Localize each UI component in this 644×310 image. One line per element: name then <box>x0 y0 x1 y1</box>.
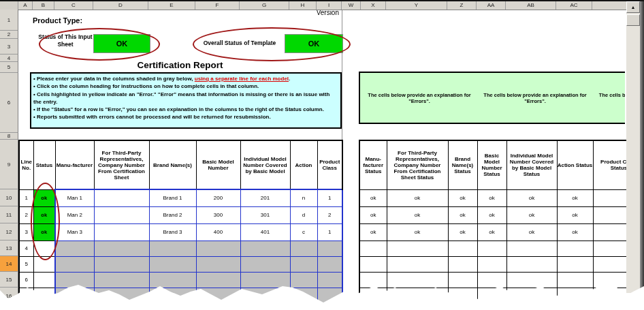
cell-brand-status[interactable]: ok <box>448 189 477 206</box>
column-header-I[interactable]: I <box>317 1 342 10</box>
column-header-A[interactable]: A <box>18 1 33 10</box>
cell-product-class[interactable]: 1 <box>317 189 342 206</box>
cell-line-no[interactable]: 5 <box>19 256 33 272</box>
cell-manufacturer-status[interactable]: ok <box>359 223 387 241</box>
cell-individual-model[interactable] <box>240 241 290 256</box>
cell-action-status[interactable]: ok <box>557 189 593 206</box>
col-header-individual-model-status[interactable]: Individual Model Number Covered by Basic… <box>506 140 557 189</box>
cell-brand[interactable] <box>149 288 196 304</box>
cell-manufacturer-status[interactable] <box>359 241 387 256</box>
cell-basic-model-status[interactable]: ok <box>477 223 506 241</box>
col-header-brand-names[interactable]: Brand Name(s) <box>149 140 196 189</box>
cell-individual-model-status[interactable]: ok <box>506 189 557 206</box>
cell-manufacturer-status[interactable]: ok <box>359 189 387 206</box>
column-header-D[interactable]: D <box>93 1 148 10</box>
cell-company-number-status[interactable] <box>387 256 448 272</box>
cell-action-status[interactable]: ok <box>557 223 593 241</box>
column-header-E[interactable]: E <box>148 1 195 10</box>
cell-line-no[interactable]: 6 <box>19 272 33 288</box>
column-header-AA[interactable]: AA <box>477 1 506 10</box>
cell-action[interactable]: n <box>290 189 317 206</box>
cell-company-number[interactable] <box>94 256 149 272</box>
cell-manufacturer[interactable]: Man 1 <box>55 189 94 206</box>
cell-manufacturer[interactable] <box>55 288 94 304</box>
column-header-AB[interactable]: AB <box>506 1 556 10</box>
cell-status[interactable] <box>33 288 55 304</box>
cell-company-number[interactable] <box>94 288 149 304</box>
row-header-5[interactable]: 5 <box>0 62 18 73</box>
cell-manufacturer-status[interactable]: ok <box>359 206 387 223</box>
col-header-manufacturer[interactable]: Manu-facturer <box>55 140 94 189</box>
cell-brand[interactable]: Brand 2 <box>149 206 196 223</box>
col-header-manufacturer-status[interactable]: Manu-facturer Status <box>359 140 387 189</box>
cell-action[interactable]: c <box>290 223 317 241</box>
col-header-company-number-status[interactable]: For Third-Party Representatives, Company… <box>387 140 448 189</box>
cell-manufacturer[interactable]: Man 2 <box>55 206 94 223</box>
cell-action-status[interactable] <box>557 272 593 288</box>
cell-company-number[interactable] <box>94 223 149 241</box>
cell-brand-status[interactable] <box>448 241 477 256</box>
cell-manufacturer[interactable] <box>55 256 94 272</box>
cell-company-number-status[interactable] <box>387 288 448 304</box>
cell-status[interactable] <box>33 272 55 288</box>
column-header-Z[interactable]: Z <box>447 1 477 10</box>
cell-basic-model-status[interactable]: ok <box>477 206 506 223</box>
cell-individual-model[interactable]: 201 <box>240 189 290 206</box>
cell-individual-model[interactable] <box>240 272 290 288</box>
cell-brand-status[interactable] <box>448 288 477 304</box>
vertical-scrollbar[interactable]: ▲ <box>626 1 640 293</box>
cell-brand-status[interactable] <box>448 272 477 288</box>
col-header-action-status[interactable]: Action Status <box>557 140 593 189</box>
cell-brand[interactable] <box>149 272 196 288</box>
select-all-corner[interactable] <box>0 1 18 10</box>
cell-product-class[interactable]: 1 <box>317 223 342 241</box>
cell-product-class[interactable] <box>317 256 342 272</box>
cell-individual-model-status[interactable] <box>506 288 557 304</box>
cell-company-number-status[interactable]: ok <box>387 189 448 206</box>
cell-manufacturer[interactable]: Man 3 <box>55 223 94 241</box>
col-header-product-class[interactable]: Product Class <box>317 140 342 189</box>
cell-manufacturer-status[interactable] <box>359 288 387 304</box>
column-header-C[interactable]: C <box>54 1 93 10</box>
cell-product-class[interactable]: 2 <box>317 206 342 223</box>
cell-company-number-status[interactable]: ok <box>387 206 448 223</box>
cell-brand[interactable]: Brand 1 <box>149 189 196 206</box>
cell-individual-model-status[interactable] <box>506 272 557 288</box>
column-header-X[interactable]: X <box>361 1 386 10</box>
row-header-10[interactable]: 10 <box>0 189 18 206</box>
cell-line-no[interactable]: 4 <box>19 241 33 256</box>
col-header-brand-status[interactable]: Brand Name(s) Status <box>448 140 477 189</box>
cell-basic-model[interactable]: 300 <box>196 206 240 223</box>
scroll-up-button[interactable]: ▲ <box>626 1 640 13</box>
col-header-line-no[interactable]: Line No. <box>19 140 33 189</box>
col-header-basic-model-status[interactable]: Basic Model Number Status <box>477 140 506 189</box>
column-header-AC[interactable]: AC <box>556 1 592 10</box>
column-header-AD-partial[interactable] <box>592 1 626 10</box>
row-header-9[interactable]: 9 <box>0 140 18 189</box>
cell-basic-model[interactable] <box>196 241 240 256</box>
cell-company-number-status[interactable]: ok <box>387 223 448 241</box>
cell-brand[interactable] <box>149 241 196 256</box>
cell-action-status[interactable]: ok <box>557 206 593 223</box>
cell-basic-model-status[interactable]: ok <box>477 189 506 206</box>
cell-basic-model[interactable]: 200 <box>196 189 240 206</box>
cell-basic-model[interactable] <box>196 272 240 288</box>
cell-action[interactable] <box>290 241 317 256</box>
cell-action-status[interactable] <box>557 288 593 304</box>
column-header-F[interactable]: F <box>195 1 240 10</box>
cell-individual-model[interactable] <box>240 256 290 272</box>
cell-individual-model-status[interactable]: ok <box>506 223 557 241</box>
cell-individual-model[interactable] <box>240 288 290 304</box>
column-header-Y[interactable]: Y <box>386 1 447 10</box>
cell-brand-status[interactable]: ok <box>448 206 477 223</box>
cell-basic-model-status[interactable] <box>477 241 506 256</box>
cell-basic-model-status[interactable] <box>477 256 506 272</box>
cell-brand-status[interactable] <box>448 256 477 272</box>
cell-manufacturer[interactable] <box>55 272 94 288</box>
column-header-H[interactable]: H <box>289 1 317 10</box>
cell-manufacturer[interactable] <box>55 241 94 256</box>
cell-action[interactable]: d <box>290 206 317 223</box>
cell-action[interactable] <box>290 272 317 288</box>
cell-action-status[interactable] <box>557 241 593 256</box>
cell-company-number-status[interactable] <box>387 272 448 288</box>
